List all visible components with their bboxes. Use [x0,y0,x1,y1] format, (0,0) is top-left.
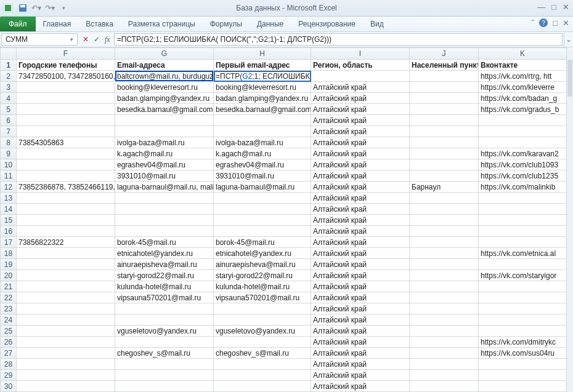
accept-icon[interactable]: ✓ [94,35,100,44]
cell[interactable]: 3931010@mail.ru [115,170,214,182]
cell[interactable] [115,337,214,348]
row-header[interactable]: 25 [1,326,17,337]
cell[interactable] [410,115,479,126]
cell[interactable] [410,170,479,182]
cell[interactable]: https://vk.com/staryigor [479,270,567,281]
cell[interactable] [17,381,115,392]
cell[interactable] [17,193,115,204]
cell[interactable] [479,281,567,292]
cell[interactable]: vguseletovo@yandex.ru [214,326,311,337]
cell[interactable] [479,115,567,126]
name-box[interactable]: СУММ ▾ [1,33,78,46]
cell[interactable]: Алтайский край [311,159,410,170]
cell[interactable] [479,314,567,326]
cell[interactable] [214,303,311,314]
help-icon[interactable]: ? [539,18,548,27]
cell[interactable] [17,303,115,314]
row-header[interactable]: 30 [1,381,17,392]
cell[interactable] [410,337,479,348]
row-header[interactable]: 24 [1,314,17,326]
cell[interactable]: etnicahotel@yandex.ru [115,248,214,259]
cell[interactable]: Алтайский край [311,337,410,348]
cell[interactable] [410,93,479,104]
window-restore-icon[interactable]: □ [553,18,558,28]
cell[interactable] [479,137,567,148]
cell[interactable]: besedka.barnaul@gmail.com [115,104,214,115]
vertical-scrollbar[interactable] [566,47,573,392]
cell[interactable]: https://vk.com/badan_g [479,93,567,104]
cell[interactable]: https://vk.com/dmitrykc [479,337,567,348]
cell[interactable]: booking@kleverresort.ru [214,82,311,93]
cell[interactable]: egrashev04@mail.ru [214,159,311,170]
cell[interactable]: ivolga-baza@mail.ru [115,137,214,148]
cell[interactable] [214,126,311,137]
cell[interactable] [479,259,567,270]
row-header[interactable]: 27 [1,348,17,359]
cell[interactable]: 73854305863 [17,137,115,148]
cell[interactable] [214,381,311,392]
row-header[interactable]: 19 [1,259,17,270]
cell[interactable] [17,259,115,270]
cell[interactable] [410,215,479,226]
row-header[interactable]: 13 [1,193,17,204]
cell[interactable]: https://vk.com/club1235 [479,170,567,182]
cell[interactable]: k.agach@mail.ru [214,148,311,159]
cell[interactable] [17,159,115,170]
fx-icon[interactable]: fx [105,35,110,44]
cell[interactable] [115,314,214,326]
cell[interactable] [479,292,567,303]
cell[interactable] [410,348,479,359]
close-button[interactable]: ✕ [563,2,569,12]
row-header[interactable]: 21 [1,281,17,292]
cell[interactable]: vipsauna570201@mail.ru [115,292,214,303]
row-header[interactable]: 2 [1,71,17,82]
cell[interactable]: Алтайский край [311,137,410,148]
col-header-H[interactable]: H [214,48,311,60]
row-header[interactable]: 7 [1,126,17,137]
cell[interactable] [410,193,479,204]
cell[interactable] [17,270,115,281]
cell[interactable] [115,193,214,204]
cell[interactable] [17,170,115,182]
col-header-I[interactable]: I [311,48,410,60]
cell[interactable] [115,215,214,226]
tab-review[interactable]: Рецензирование [291,17,363,31]
cell[interactable] [479,237,567,248]
cell[interactable] [17,226,115,237]
cell[interactable] [115,204,214,215]
cell[interactable] [214,337,311,348]
cell[interactable] [479,381,567,392]
cell[interactable] [115,226,214,237]
cell[interactable]: Алтайский край [311,126,410,137]
cell[interactable] [410,270,479,281]
cell[interactable] [410,237,479,248]
cell[interactable] [479,215,567,226]
cell[interactable]: k.agach@mail.ru [115,148,214,159]
tab-layout[interactable]: Разметка страницы [121,17,203,31]
cell[interactable]: Алтайский край [311,292,410,303]
row-header[interactable]: 18 [1,248,17,259]
cell[interactable] [410,159,479,170]
cell[interactable] [410,370,479,381]
cell[interactable]: Алтайский край [311,193,410,204]
cell[interactable]: vguseletovo@yandex.ru [115,326,214,337]
col-header-J[interactable]: J [410,48,479,60]
row-header[interactable]: 22 [1,292,17,303]
cell[interactable] [479,326,567,337]
cell[interactable]: staryi-gorod22@mail.ru [115,270,214,281]
cell[interactable] [214,115,311,126]
cell[interactable]: staryi-gorod22@mail.ru [214,270,311,281]
cell[interactable] [17,248,115,259]
minimize-button[interactable]: — [537,2,545,12]
cell[interactable]: egrashev04@mail.ru [115,159,214,170]
cell[interactable] [410,137,479,148]
row-header[interactable]: 28 [1,359,17,370]
workbook-close-icon[interactable]: ✕ [563,18,569,28]
cell[interactable] [214,215,311,226]
cell[interactable] [214,226,311,237]
cell[interactable] [479,126,567,137]
cell[interactable] [17,314,115,326]
cell[interactable] [410,204,479,215]
cell[interactable] [311,71,410,82]
cell[interactable]: Алтайский край [311,248,410,259]
